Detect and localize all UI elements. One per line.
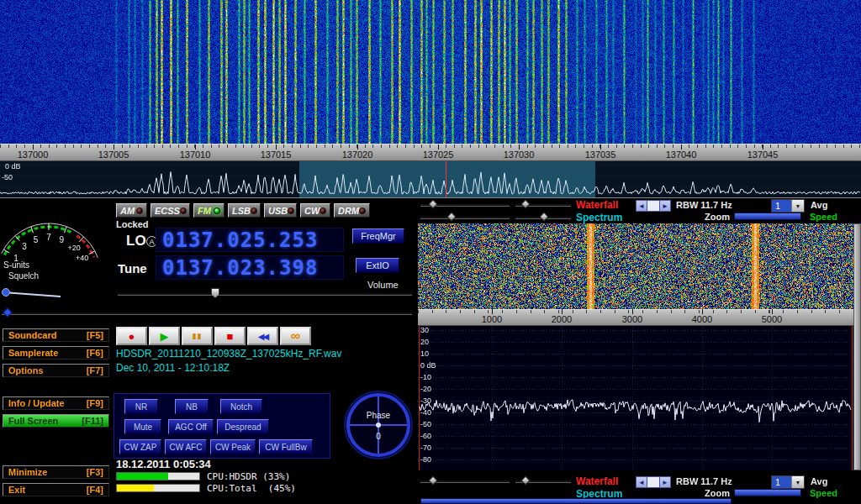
- squelch-label: Squelch: [8, 271, 39, 281]
- volume-slider[interactable]: [118, 292, 412, 296]
- meter-tick-label-9: 9: [60, 235, 65, 244]
- db-label: 30: [420, 327, 446, 334]
- record-button[interactable]: ●: [116, 327, 147, 345]
- samplerate-button[interactable]: Samplerate[F6]: [3, 346, 109, 360]
- main-frequency-ruler[interactable]: 137000 137005 137010 137015 137020 13702…: [0, 144, 861, 161]
- button-label: Samplerate: [8, 348, 58, 358]
- freqmgr-button[interactable]: FreqMgr: [352, 228, 404, 244]
- cw-afc-button[interactable]: CW AFC: [165, 439, 207, 454]
- button-label: Soundcard: [8, 330, 56, 340]
- zoom-scrollbar-thumb[interactable]: [647, 201, 660, 211]
- mode-button-fm[interactable]: FM: [193, 203, 224, 218]
- db-label: 20: [420, 339, 446, 346]
- spec-range-handle[interactable]: [446, 212, 456, 221]
- mode-led-icon: [288, 207, 294, 214]
- zoom-scrollbar-thumb[interactable]: [647, 477, 660, 487]
- zoom-slider-bottom[interactable]: [734, 489, 801, 496]
- zoom-spectrum-display[interactable]: [418, 326, 853, 470]
- main-waterfall-display[interactable]: [0, 0, 861, 144]
- wf-contrast-handle-bottom[interactable]: [428, 475, 437, 485]
- ruler-label-7: 137035: [575, 150, 626, 160]
- minimize-button[interactable]: Minimize[F3]: [3, 465, 109, 479]
- spec-offset-handle[interactable]: [539, 212, 548, 221]
- hotkey-label: [F5]: [87, 330, 103, 340]
- s-meter: 1 3 5 7 9 +20 +40 S-units Squelch: [0, 202, 114, 311]
- agc-off-button[interactable]: AGC Off: [168, 419, 214, 434]
- mode-label: FM: [198, 206, 211, 216]
- db-label: 0 dB: [420, 362, 446, 370]
- wf-brightness-handle-bottom[interactable]: [520, 475, 530, 485]
- loop-icon: ∞: [291, 328, 300, 344]
- db-label: 10: [420, 350, 446, 358]
- rewind-button[interactable]: ◀◀: [247, 327, 278, 345]
- speed-slider-bar-bottom[interactable]: [420, 498, 732, 504]
- zoom-slider[interactable]: [734, 213, 801, 220]
- ruler-ticks: [418, 310, 853, 313]
- hotkey-label: [F7]: [87, 365, 103, 375]
- db-label: -30: [420, 397, 446, 405]
- ruler-label-3: 137015: [251, 150, 301, 160]
- mode-button-drm[interactable]: DRM: [334, 203, 370, 218]
- zoom-label: Zoom: [705, 212, 730, 222]
- exit-button[interactable]: Exit[F4]: [3, 483, 109, 496]
- zoom-ruler-label-0: 1000: [467, 314, 517, 324]
- wf-brightness-handle[interactable]: [520, 199, 530, 208]
- zoom-frequency-ruler[interactable]: 1000 2000 3000 4000 5000: [418, 309, 853, 326]
- extio-button[interactable]: ExtIO: [356, 258, 399, 273]
- zoom-display-controls-top: Waterfall ◄ ► RBW 11.7 Hz 1 ▼ Avg Spectr…: [418, 198, 861, 224]
- phase-indicator: Phase 0: [342, 386, 415, 462]
- mode-label: DRM: [338, 206, 359, 216]
- mode-label: AM: [120, 206, 135, 216]
- nr-button[interactable]: NR: [124, 399, 158, 414]
- tune-frequency-display[interactable]: 0137.023.398: [156, 255, 344, 280]
- volume-label: Volume: [367, 280, 399, 290]
- volume-slider-handle[interactable]: [211, 288, 219, 298]
- mode-button-cw[interactable]: CW: [300, 203, 330, 218]
- squelch-slider[interactable]: [2, 312, 412, 315]
- mode-button-lsb[interactable]: LSB: [228, 203, 261, 218]
- cw-zap-button[interactable]: CW ZAP: [119, 439, 161, 454]
- right-scrollbar[interactable]: [853, 223, 861, 470]
- zoom-right-arrow-icon[interactable]: ►: [660, 477, 670, 487]
- zoom-ruler-label-4: 5000: [747, 314, 797, 324]
- mode-button-ecss[interactable]: ECSS: [151, 203, 190, 218]
- cw-fullbw-button[interactable]: CW FullBw: [259, 439, 313, 454]
- waterfall-zoom-scrollbar-bottom[interactable]: ◄ ►: [636, 476, 671, 488]
- soundcard-button[interactable]: Soundcard[F5]: [3, 328, 109, 342]
- notch-button[interactable]: Notch: [220, 399, 262, 414]
- dropdown-arrow-icon[interactable]: ▼: [791, 200, 804, 212]
- zoom-waterfall-display[interactable]: [418, 223, 853, 309]
- speed-dropdown-value: 1: [772, 200, 791, 212]
- db-label: -70: [420, 444, 446, 452]
- waterfall-label-bottom: Waterfall: [576, 475, 618, 487]
- fullscreen-button[interactable]: Full Screen[F11]: [3, 414, 109, 428]
- nb-button[interactable]: NB: [175, 399, 209, 414]
- speed-dropdown[interactable]: 1 ▼: [771, 199, 805, 213]
- info-update-button[interactable]: Info / Update[F9]: [3, 396, 109, 410]
- mode-button-am[interactable]: AM: [116, 203, 147, 218]
- wf-contrast-handle[interactable]: [428, 199, 437, 208]
- pause-button[interactable]: ▮▮: [182, 327, 213, 345]
- cw-peak-button[interactable]: CW Peak: [210, 439, 256, 454]
- speed-dropdown-bottom[interactable]: 1 ▼: [771, 475, 805, 489]
- options-button[interactable]: Options[F7]: [3, 364, 109, 377]
- play-button[interactable]: ▶: [149, 327, 180, 345]
- waterfall-zoom-scrollbar[interactable]: ◄ ►: [636, 200, 671, 212]
- meter-tick-label-3: 3: [22, 242, 27, 251]
- play-icon: ▶: [161, 330, 169, 343]
- dropdown-arrow-icon[interactable]: ▼: [791, 476, 804, 488]
- mode-label: CW: [304, 206, 320, 216]
- zoom-right-arrow-icon[interactable]: ►: [660, 201, 670, 211]
- lo-frequency-display[interactable]: 0137.025.253: [156, 228, 344, 252]
- zoom-left-arrow-icon[interactable]: ◄: [637, 201, 647, 211]
- zoom-ruler-label-2: 3000: [607, 314, 658, 324]
- stop-button[interactable]: ■: [214, 327, 246, 345]
- mute-button[interactable]: Mute: [124, 419, 161, 434]
- mode-button-usb[interactable]: USB: [264, 203, 297, 218]
- loop-button[interactable]: ∞: [280, 327, 311, 345]
- zoom-left-arrow-icon[interactable]: ◄: [637, 477, 647, 487]
- despread-button[interactable]: Despread: [217, 419, 269, 434]
- spec-range-slider[interactable]: [420, 216, 510, 219]
- main-spectrum-display[interactable]: [0, 161, 861, 198]
- spectrum-db-label-top: 0 dB: [5, 162, 21, 171]
